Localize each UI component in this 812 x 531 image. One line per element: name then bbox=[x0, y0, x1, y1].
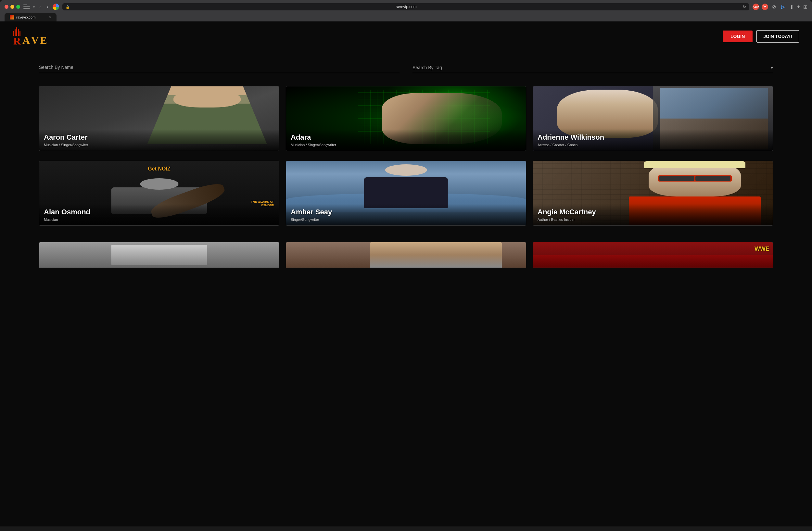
partial-cards-row: WWE bbox=[0, 242, 812, 268]
card-adara[interactable]: Adara Musician / Singer/Songwriter bbox=[286, 86, 526, 151]
search-by-tag-field[interactable]: Search By Tag ▾ bbox=[412, 65, 773, 73]
google-icon[interactable] bbox=[53, 3, 59, 10]
aaron-head-shape bbox=[173, 90, 241, 107]
partial-card-3[interactable]: WWE bbox=[533, 242, 773, 268]
tab-title: ravevip.com bbox=[16, 15, 35, 19]
extension-arrow-icon[interactable]: ▷ bbox=[780, 3, 786, 10]
card-aaron-role: Musician / Singer/Songwiter bbox=[44, 143, 274, 147]
sidebar-toggle-chevron[interactable]: ▾ bbox=[33, 5, 35, 9]
partial-card-1-figure bbox=[111, 245, 207, 265]
sidebar-toggle-icon[interactable] bbox=[24, 4, 30, 9]
card-angie-name: Angie McCartney bbox=[538, 208, 768, 216]
partial-card-3-overlay bbox=[533, 255, 773, 268]
search-section: Search By Tag ▾ bbox=[0, 51, 812, 83]
forward-button[interactable]: › bbox=[45, 3, 50, 10]
share-button[interactable]: ⬆ bbox=[789, 4, 794, 10]
card-adrienne-role: Actress / Creator / Coach bbox=[538, 143, 768, 147]
partial-card-2-image bbox=[286, 242, 526, 268]
address-bar[interactable]: 🔒 ravevip.com ↻ bbox=[62, 3, 749, 10]
search-by-name-input[interactable] bbox=[39, 65, 400, 70]
tab-favicon bbox=[10, 15, 14, 19]
lock-icon: 🔒 bbox=[66, 5, 70, 9]
logo-letter-a: A bbox=[23, 35, 30, 45]
card-adrienne-name: Adrienne Wilkinson bbox=[538, 133, 768, 142]
card-angie-overlay: Angie McCartney Author / Beatles Insider bbox=[533, 204, 773, 225]
login-button[interactable]: LOGIN bbox=[723, 31, 753, 42]
shield-icon[interactable]: ⊘ bbox=[771, 3, 777, 10]
new-tab-button[interactable]: + bbox=[797, 4, 800, 10]
card-angie-role: Author / Beatles Insider bbox=[538, 218, 768, 221]
logo-letter-e: E bbox=[40, 35, 47, 45]
adrienne-collage-top bbox=[660, 88, 768, 119]
partial-card-3-image: WWE bbox=[533, 242, 773, 268]
partial-card-2[interactable] bbox=[286, 242, 526, 268]
tab-grid-button[interactable]: ⊞ bbox=[803, 4, 808, 10]
reload-button[interactable]: ↻ bbox=[743, 4, 746, 9]
browser-extensions: ABP ⊘ ▷ bbox=[753, 3, 786, 10]
card-adara-role: Musician / Singer/Songwriter bbox=[291, 143, 521, 147]
logo-spikes bbox=[13, 27, 20, 36]
card-aaron-overlay: Aaron Carter Musician / Singer/Songwiter bbox=[39, 129, 279, 151]
browser-actions: ⬆ + ⊞ bbox=[789, 4, 808, 10]
browser-chrome: ▾ ‹ › 🔒 ravevip.com ↻ ABP ⊘ ▷ ⬆ + bbox=[0, 0, 812, 21]
angie-face bbox=[649, 161, 741, 196]
card-angie-mccartney[interactable]: Angie McCartney Author / Beatles Insider bbox=[533, 161, 773, 226]
amber-head bbox=[385, 164, 427, 176]
card-alan-overlay: Alan Osmond Musician bbox=[39, 204, 279, 225]
tab-close-icon[interactable]: ✕ bbox=[49, 16, 51, 19]
partial-card-1[interactable] bbox=[39, 242, 279, 268]
active-tab[interactable]: ravevip.com ✕ bbox=[4, 13, 57, 21]
card-amber-name: Amber Seay bbox=[291, 208, 521, 216]
site-navigation: R A V E LOGIN JOIN TODAY! bbox=[0, 21, 812, 51]
alan-head bbox=[140, 178, 178, 190]
angie-sunglasses bbox=[658, 175, 732, 182]
card-aaron-carter[interactable]: Aaron Carter Musician / Singer/Songwiter bbox=[39, 86, 279, 151]
nav-buttons: LOGIN JOIN TODAY! bbox=[723, 30, 799, 43]
close-button[interactable] bbox=[4, 5, 9, 9]
card-adara-name: Adara bbox=[291, 133, 521, 142]
partial-card-2-figure bbox=[370, 242, 502, 268]
logo-letter-v: V bbox=[31, 35, 39, 45]
maximize-button[interactable] bbox=[16, 5, 20, 9]
card-amber-role: Singer/Songwriter bbox=[291, 218, 521, 221]
traffic-lights bbox=[4, 5, 20, 9]
card-aaron-name: Aaron Carter bbox=[44, 133, 274, 142]
card-amber-overlay: Amber Seay Singer/Songwriter bbox=[286, 204, 526, 225]
pocket-icon[interactable] bbox=[762, 3, 768, 10]
alan-noiz-text: Get NOIZ bbox=[148, 166, 170, 172]
browser-tabs: ravevip.com ✕ bbox=[4, 13, 808, 21]
adblock-plus-icon[interactable]: ABP bbox=[753, 3, 759, 10]
card-alan-name: Alan Osmond bbox=[44, 208, 274, 216]
wwe-logo-text: WWE bbox=[754, 246, 769, 252]
angie-hair bbox=[644, 161, 746, 168]
minimize-button[interactable] bbox=[10, 5, 14, 9]
amber-body bbox=[364, 177, 448, 208]
card-adrienne-overlay: Adrienne Wilkinson Actress / Creator / C… bbox=[533, 129, 773, 151]
card-alan-role: Musician bbox=[44, 218, 274, 221]
cards-grid-row2: Get NOIZ THE WIZARD OFOSMOND Alan Osmond… bbox=[0, 161, 812, 235]
join-button[interactable]: JOIN TODAY! bbox=[756, 30, 799, 43]
card-amber-seay[interactable]: Amber Seay Singer/Songwriter bbox=[286, 161, 526, 226]
back-button[interactable]: ‹ bbox=[38, 3, 42, 10]
webpage: R A V E LOGIN JOIN TODAY! Search By Tag … bbox=[0, 21, 812, 527]
search-by-name-field[interactable] bbox=[39, 64, 400, 73]
card-alan-osmond[interactable]: Get NOIZ THE WIZARD OFOSMOND Alan Osmond… bbox=[39, 161, 279, 226]
card-adrienne-wilkinson[interactable]: Adrienne Wilkinson Actress / Creator / C… bbox=[533, 86, 773, 151]
url-text: ravevip.com bbox=[71, 4, 741, 9]
card-adara-overlay: Adara Musician / Singer/Songwriter bbox=[286, 129, 526, 151]
search-by-tag-label: Search By Tag bbox=[412, 65, 442, 70]
partial-card-1-image bbox=[39, 242, 279, 268]
site-logo[interactable]: R A V E bbox=[13, 27, 47, 46]
cards-grid: Aaron Carter Musician / Singer/Songwiter… bbox=[0, 83, 812, 161]
dropdown-arrow-icon[interactable]: ▾ bbox=[771, 65, 773, 70]
